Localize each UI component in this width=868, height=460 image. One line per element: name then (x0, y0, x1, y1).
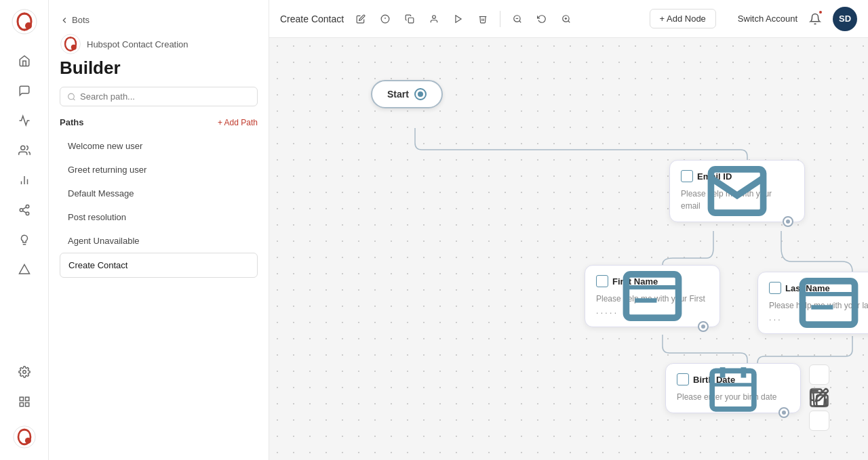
left-sidebar (0, 0, 49, 460)
svg-point-8 (26, 212, 29, 215)
svg-point-2 (20, 146, 24, 150)
settings-icon[interactable] (12, 360, 37, 384)
svg-line-22 (73, 98, 75, 100)
main-area: Create Contact (269, 0, 868, 460)
back-bots-label: Bots (72, 15, 90, 25)
brand-logo (11, 8, 38, 38)
birth-date-connector (778, 407, 789, 418)
svg-point-7 (20, 209, 23, 212)
svg-point-12 (22, 371, 26, 374)
canvas: Start Email ID Please help me with your … (269, 38, 868, 460)
builder-title: Builder (60, 58, 258, 79)
node-copy-fab[interactable] (809, 411, 829, 431)
add-path-button[interactable]: + Add Path (218, 118, 258, 127)
bottom-brand-logo (12, 425, 37, 452)
last-name-node-icon (769, 282, 781, 294)
birth-date-node[interactable]: Birth Date Please enter your birth date (665, 363, 801, 413)
birth-date-node-body: Please enter your birth date (677, 391, 789, 403)
path-item-create-contact[interactable]: Create Contact (60, 253, 258, 278)
toolbar-path-name: Create Contact (280, 14, 344, 24)
megaphone-icon[interactable] (12, 108, 37, 133)
path-item-welcome-new-user[interactable]: Welcome new user (60, 134, 258, 158)
start-node[interactable]: Start (371, 80, 443, 108)
svg-point-21 (68, 93, 75, 100)
analytics-icon[interactable] (12, 168, 37, 192)
floating-actions (809, 364, 829, 431)
first-name-node-title: First Name (612, 276, 658, 287)
birth-date-node-icon (677, 373, 689, 385)
search-input[interactable] (80, 91, 250, 102)
svg-line-30 (519, 20, 521, 22)
edit-button[interactable] (351, 9, 371, 29)
chat-icon[interactable] (12, 79, 37, 103)
user-button[interactable] (424, 9, 444, 29)
svg-rect-16 (25, 403, 28, 406)
email-id-node-body: Please help me with your email (681, 188, 793, 212)
email-id-connector (783, 216, 793, 227)
first-name-node-body: Please help me with your First . . . . . (596, 293, 709, 317)
start-label: Start (387, 89, 409, 100)
svg-point-20 (71, 45, 77, 50)
first-name-node[interactable]: First Name Please help me with your Firs… (585, 265, 720, 327)
notifications-button[interactable] (804, 8, 826, 30)
svg-rect-13 (20, 397, 23, 400)
birth-date-node-title: Birth Date (693, 375, 735, 385)
email-id-node-icon (681, 170, 693, 182)
add-node-button[interactable]: + Add Node (650, 9, 716, 28)
paths-list: Welcome new userGreet returning userDefa… (60, 134, 258, 278)
switch-account-button[interactable]: Switch Account (738, 14, 797, 24)
share-icon[interactable] (12, 198, 37, 222)
svg-point-18 (24, 438, 31, 444)
path-item-greet-returning-user[interactable]: Greet returning user (60, 158, 258, 182)
undo-button[interactable] (532, 9, 552, 29)
svg-rect-26 (408, 18, 414, 23)
lightbulb-icon[interactable] (12, 228, 37, 252)
email-id-node-title: Email ID (697, 171, 732, 182)
panel-logo (60, 33, 81, 55)
node-edit-fab[interactable] (809, 364, 829, 385)
zoom-in-button[interactable] (556, 9, 576, 29)
side-panel: Bots Hubspot Contact Creation Builder Pa… (49, 0, 269, 460)
start-circle (414, 88, 427, 100)
first-name-connector (698, 321, 709, 332)
path-item-agent-unavailable[interactable]: Agent Unavailable (60, 229, 258, 253)
path-item-post-resolution[interactable]: Post resolution (60, 205, 258, 229)
search-box[interactable] (60, 87, 258, 106)
first-name-node-icon (596, 275, 608, 287)
top-bar: Create Contact (269, 0, 868, 38)
svg-point-6 (26, 205, 29, 209)
paths-section-label: Paths (60, 117, 83, 127)
svg-marker-11 (19, 265, 29, 274)
svg-point-27 (433, 15, 436, 18)
svg-line-9 (22, 211, 26, 213)
contacts-icon[interactable] (12, 138, 37, 163)
last-name-node-body: Please help me with your last . . . . . (769, 299, 868, 324)
path-item-default-message[interactable]: Default Message (60, 182, 258, 205)
copy-button[interactable] (399, 9, 420, 29)
svg-marker-28 (456, 15, 461, 22)
delete-button[interactable] (473, 9, 493, 29)
svg-rect-14 (25, 397, 28, 400)
notification-dot (818, 9, 823, 15)
svg-line-10 (22, 207, 26, 209)
search-icon (67, 92, 76, 102)
svg-point-1 (25, 22, 32, 29)
info-button[interactable] (375, 9, 395, 29)
svg-rect-15 (20, 403, 23, 406)
play-button[interactable] (448, 9, 469, 29)
svg-line-33 (568, 20, 570, 22)
app-title: Hubspot Contact Creation (87, 39, 189, 49)
home-icon[interactable] (12, 49, 37, 73)
back-to-bots[interactable]: Bots (60, 11, 258, 29)
email-id-node[interactable]: Email ID Please help me with your email (669, 160, 805, 222)
avatar[interactable]: SD (833, 7, 857, 31)
last-name-node-title: Last Name (785, 283, 830, 293)
last-name-node[interactable]: Last Name Please help me with your last … (757, 272, 868, 334)
admin-icon[interactable] (12, 390, 37, 414)
node-delete-fab[interactable] (809, 388, 829, 408)
funnel-icon[interactable] (12, 257, 37, 282)
zoom-out-button[interactable] (507, 9, 528, 29)
